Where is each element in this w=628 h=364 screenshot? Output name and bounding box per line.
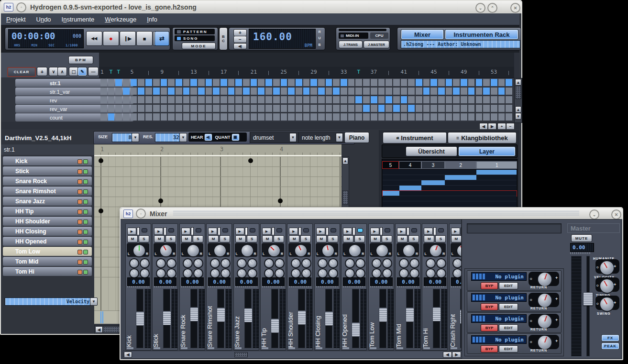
uebersicht-button[interactable]: Übersicht [406, 146, 457, 156]
song-cell[interactable] [138, 96, 144, 103]
instrument-solo-button[interactable] [83, 230, 88, 234]
song-cell[interactable] [468, 105, 475, 112]
song-cell-active[interactable] [363, 105, 370, 112]
window-menu-icon[interactable]: ◦ [16, 2, 26, 12]
song-cell[interactable] [318, 79, 325, 86]
strip-fx-send-knob[interactable] [409, 268, 419, 278]
strip-fx-send-knob[interactable] [318, 258, 328, 268]
song-cell[interactable] [430, 96, 437, 103]
song-cell[interactable] [265, 113, 272, 121]
scroll-up2-icon[interactable]: ▲ [515, 106, 521, 113]
strip-fx-send-knob[interactable] [166, 258, 176, 268]
song-cell[interactable] [251, 105, 257, 112]
song-cell[interactable] [235, 113, 242, 121]
song-cell[interactable] [446, 113, 452, 121]
song-cell-active[interactable] [296, 79, 302, 86]
mixer-scroll-right-icon[interactable]: ▶ [452, 352, 461, 358]
song-cell[interactable] [100, 113, 107, 121]
song-cell[interactable] [506, 88, 512, 95]
fx-bypass-button[interactable]: BYP [481, 345, 498, 353]
strip-trigger-slider[interactable] [272, 227, 275, 235]
strip-fader-handle[interactable] [190, 307, 198, 321]
song-cell[interactable] [296, 105, 302, 112]
strip-solo-button[interactable]: S [408, 235, 419, 243]
song-cell[interactable] [393, 113, 400, 121]
strip-mute-button[interactable]: M [397, 235, 408, 243]
instrument-solo-button[interactable] [83, 189, 88, 194]
instrument-solo-button[interactable] [83, 179, 88, 184]
strip-solo-button[interactable]: S [247, 235, 257, 243]
strip-mute-button[interactable]: M [181, 235, 192, 243]
song-cell[interactable] [235, 88, 242, 95]
song-cell[interactable] [213, 79, 220, 86]
instrument-row[interactable]: Snare Jazz [3, 197, 92, 206]
song-cell[interactable] [258, 105, 264, 112]
song-cell[interactable] [206, 113, 212, 121]
strip-mute-button[interactable]: M [370, 235, 381, 243]
song-cell[interactable] [213, 96, 220, 103]
song-cell[interactable] [341, 113, 347, 121]
song-cell[interactable] [288, 96, 295, 103]
song-scrollbar-thumb[interactable] [515, 86, 521, 99]
instrument-mute-button[interactable] [77, 240, 82, 244]
strip-mute-button[interactable]: M [451, 235, 461, 243]
song-cell-active[interactable] [393, 105, 400, 112]
song-cell[interactable] [258, 79, 264, 86]
strip-fx-send-knob[interactable] [436, 258, 446, 268]
song-cell[interactable] [423, 79, 430, 86]
song-cell-active[interactable] [310, 79, 317, 86]
song-cell-active[interactable] [453, 88, 460, 95]
song-cell[interactable] [296, 113, 302, 121]
song-cell[interactable] [378, 79, 385, 86]
instrument-row[interactable]: Snare Rimshot [3, 187, 92, 196]
song-cell[interactable] [438, 113, 445, 121]
strip-fx-send-knob[interactable] [436, 268, 446, 278]
song-cell[interactable] [303, 113, 310, 121]
song-cell[interactable] [438, 96, 445, 103]
song-cell[interactable] [491, 105, 497, 112]
song-cell[interactable] [131, 96, 137, 103]
new-pattern-button[interactable]: + [37, 67, 47, 76]
timeline-bpm-button[interactable]: BPM [68, 56, 93, 64]
song-cell[interactable] [115, 113, 122, 121]
strip-fx-send-knob[interactable] [372, 258, 382, 268]
song-cell[interactable] [303, 96, 310, 103]
mixer-scroll-left-icon[interactable]: ◀ [124, 352, 132, 358]
song-cell[interactable] [115, 88, 122, 95]
song-cell-active[interactable] [258, 88, 264, 95]
strip-fx-send-knob[interactable] [210, 258, 220, 268]
song-cell-active[interactable] [123, 88, 130, 95]
strip-fx-send-knob[interactable] [426, 268, 436, 278]
song-cell[interactable] [168, 113, 175, 121]
song-cell[interactable] [498, 113, 505, 121]
song-cell[interactable] [273, 96, 280, 103]
fx-edit-button[interactable]: EDIT [499, 303, 518, 310]
song-cell[interactable] [310, 113, 317, 121]
song-cell-active[interactable] [430, 79, 437, 86]
song-cell[interactable] [483, 105, 490, 112]
strip-pan-knob[interactable] [241, 244, 254, 257]
song-cell[interactable] [138, 79, 144, 86]
song-cell[interactable] [161, 105, 167, 112]
song-cell[interactable] [453, 96, 460, 103]
strip-fader-handle[interactable] [271, 319, 279, 333]
song-cell[interactable] [371, 113, 377, 121]
humanize-timing-knob[interactable] [599, 278, 615, 294]
strip-fx-send-knob[interactable] [426, 258, 436, 268]
song-cell[interactable] [108, 88, 115, 95]
song-cell[interactable] [498, 79, 505, 86]
tab-klangbibliothek[interactable]: ≡ Klangbibliothek [448, 132, 517, 143]
strip-fx-send-knob[interactable] [328, 268, 338, 278]
instrument-mute-button[interactable] [77, 179, 82, 184]
strip-fx-send-knob[interactable] [399, 258, 409, 268]
instrument-row[interactable]: Tom Hi [3, 267, 92, 276]
song-cell[interactable] [386, 88, 392, 95]
master-peak-button[interactable]: PEAK [601, 342, 619, 350]
song-cell-active[interactable] [145, 79, 152, 86]
instrument-solo-button[interactable] [83, 199, 88, 204]
instrument-solo-button[interactable] [83, 270, 88, 275]
strip-fx-send-knob[interactable] [129, 268, 139, 278]
song-cell[interactable] [153, 96, 160, 103]
song-cell[interactable] [416, 113, 422, 121]
song-cell[interactable] [498, 96, 505, 103]
